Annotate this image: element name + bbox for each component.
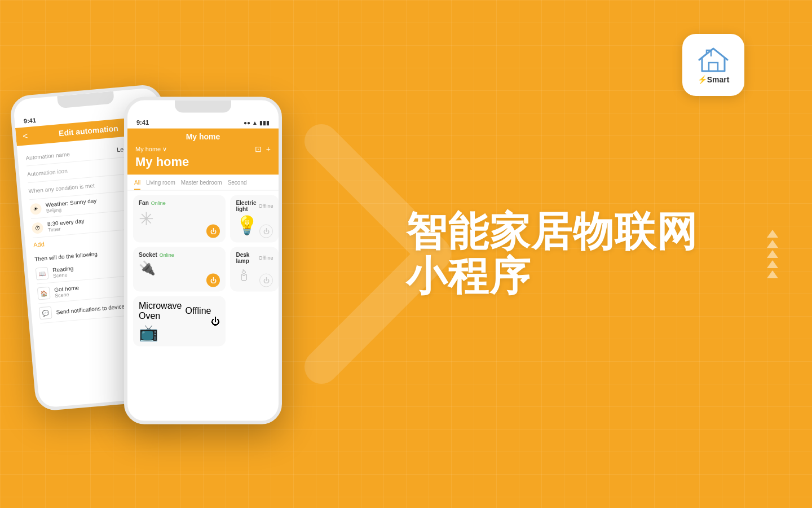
- electric-light-name: Electric light: [236, 200, 256, 212]
- when-condition-label: When any condition is met: [28, 182, 95, 194]
- desk-lamp-status: Offline: [259, 255, 273, 261]
- phones-container: 9:41 ●●● ▲ ▮▮ < Edit automation Automati…: [11, 0, 361, 508]
- header-title: Edit automation: [58, 124, 118, 138]
- socket-name: Socket: [139, 252, 157, 258]
- tab-living-room[interactable]: Living room: [146, 179, 175, 190]
- socket-icon: 🔌: [139, 260, 220, 276]
- add-icon[interactable]: +: [266, 144, 271, 154]
- microwave-power-btn[interactable]: ⏻: [211, 316, 220, 326]
- device-fan[interactable]: Fan Online ✳ ⏻: [133, 195, 226, 243]
- device-grid: Fan Online ✳ ⏻ Electric light Offline 💡 …: [127, 191, 279, 351]
- tabs-bar: All Living room Master bedroom Second: [127, 175, 279, 191]
- notifications-icon: 💬: [39, 306, 52, 320]
- device-microwave[interactable]: MicrowaveOven Offline 📺 ⏻: [133, 296, 226, 347]
- desk-lamp-name: Desk lamp: [236, 252, 256, 264]
- my-home-header-title: My home: [135, 132, 271, 144]
- edit-icon[interactable]: ⊡: [255, 144, 262, 154]
- socket-power-btn[interactable]: ⏻: [206, 274, 220, 287]
- tab-all[interactable]: All: [134, 179, 140, 190]
- my-home-location: My home ∨: [135, 145, 167, 152]
- main-title: 智能家居物联网 小程序: [406, 209, 698, 299]
- automation-icon-label: Automation icon: [27, 168, 68, 177]
- phone-front: 9:41 ●● ▲ ▮▮▮ My home My home ∨ ⊡ + My h…: [124, 97, 282, 424]
- fan-name: Fan: [139, 200, 149, 206]
- weather-icon: ☀: [30, 203, 42, 215]
- device-socket[interactable]: Socket Online 🔌 ⏻: [133, 247, 226, 292]
- tab-master-bedroom[interactable]: Master bedroom: [181, 179, 222, 190]
- my-home-title-row: My home ∨ ⊡ +: [135, 144, 271, 154]
- microwave-icon: 📺: [139, 323, 211, 342]
- tab-second[interactable]: Second: [228, 179, 247, 190]
- my-home-header: My home My home ∨ ⊡ + My home: [127, 129, 279, 175]
- my-home-big-title: My home: [135, 155, 271, 169]
- automation-name-label: Automation name: [25, 151, 70, 161]
- got-home-icon: 🏠: [37, 287, 51, 300]
- microwave-status: Offline: [185, 306, 211, 316]
- device-electric-light[interactable]: Electric light Offline 💡 ⏻: [230, 195, 279, 243]
- desk-lamp-power-btn[interactable]: ⏻: [259, 274, 273, 287]
- device-desk-lamp[interactable]: Desk lamp Offline 🕯 ⏻: [230, 247, 279, 292]
- phone-front-notch: [175, 100, 231, 113]
- electric-light-status: Offline: [259, 203, 273, 209]
- phone-front-statusbar: 9:41 ●● ▲ ▮▮▮: [127, 113, 279, 129]
- reading-icon: 📖: [36, 267, 49, 281]
- notifications-action-main: Send notifications to device: [56, 303, 125, 316]
- timer-icon: ⏱: [32, 222, 44, 234]
- fan-status: Online: [151, 200, 166, 205]
- microwave-name: MicrowaveOven: [139, 301, 182, 321]
- decorative-arrows: [767, 230, 778, 278]
- right-content: 智能家居物联网 小程序: [372, 0, 767, 508]
- fan-power-btn[interactable]: ⏻: [206, 225, 220, 238]
- back-button[interactable]: <: [23, 131, 29, 142]
- electric-light-power-btn[interactable]: ⏻: [259, 225, 273, 238]
- socket-status: Online: [160, 252, 174, 257]
